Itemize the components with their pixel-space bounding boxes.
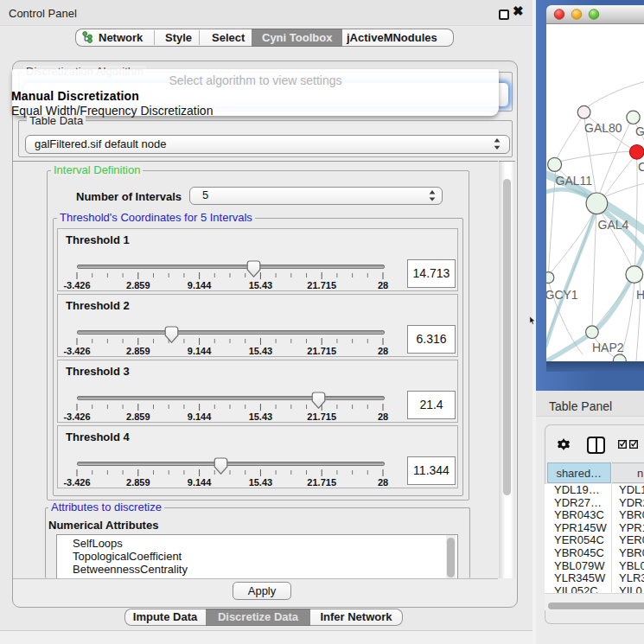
svg-text:GAL4: GAL4 (598, 218, 629, 232)
svg-text:HAP2: HAP2 (592, 341, 624, 354)
svg-text:C: C (638, 160, 644, 174)
svg-text:GA: GA (635, 124, 644, 138)
svg-text:GAL80: GAL80 (584, 121, 622, 135)
svg-text:GAL11: GAL11 (556, 174, 593, 188)
svg-text:GCY1: GCY1 (546, 288, 578, 302)
svg-text:H: H (636, 288, 644, 302)
